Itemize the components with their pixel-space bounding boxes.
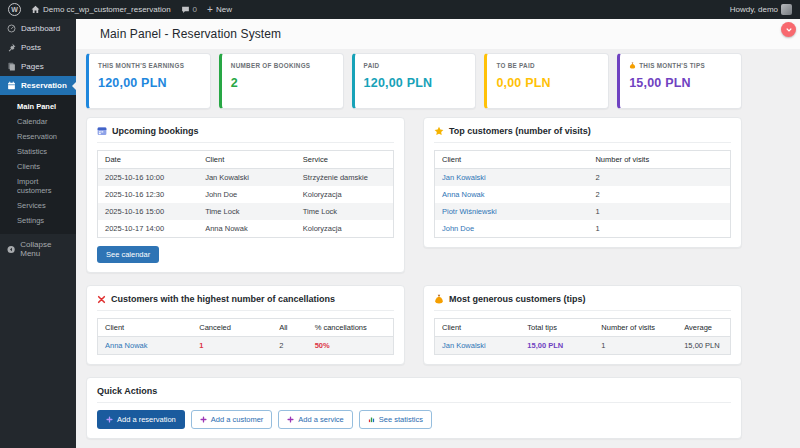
avatar (781, 4, 792, 15)
table-row: John Doe 1 (435, 220, 731, 238)
panel-upcoming-bookings: Upcoming bookings Date Client Service 20… (86, 117, 405, 273)
sidebar-item-import-customers[interactable]: Import customers (0, 174, 76, 198)
star-icon (434, 126, 444, 136)
column-header: Client (98, 319, 193, 337)
plus-icon (106, 416, 113, 423)
moneybag-icon (629, 62, 636, 69)
x-icon (97, 295, 106, 304)
table-row: 2025-10-16 15:00 Time Lock Time Lock (98, 203, 394, 220)
stat-value: 15,00 PLN (629, 76, 732, 90)
client-link[interactable]: Anna Nowak (442, 190, 485, 199)
client-link[interactable]: Jan Kowalski (442, 341, 486, 350)
client-link[interactable]: Jan Kowalski (442, 173, 486, 182)
wordpress-logo-icon: W (8, 3, 21, 16)
collapse-arrow-icon (7, 245, 15, 254)
sidebar-item-statistics[interactable]: Statistics (0, 144, 76, 159)
home-icon (31, 5, 40, 14)
column-header: Date (98, 151, 199, 169)
site-menu[interactable]: Demo cc_wp_customer_reservation (31, 5, 171, 14)
panel-title: Most generous customers (tips) (434, 294, 731, 311)
client-link[interactable]: John Doe (442, 224, 474, 233)
panel-title: Upcoming bookings (97, 126, 394, 143)
floating-action-button[interactable] (781, 22, 796, 37)
add-reservation-button[interactable]: Add a reservation (97, 410, 185, 429)
wp-logo-menu[interactable]: W (8, 3, 21, 16)
sidebar-item-dashboard[interactable]: Dashboard (0, 19, 76, 38)
sidebar-item-reservation[interactable]: Reservation (0, 76, 76, 95)
chart-icon (368, 416, 375, 423)
howdy-menu[interactable]: Howdy, demo (730, 4, 792, 15)
sidebar-item-pages[interactable]: Pages (0, 57, 76, 76)
admin-sidebar: Dashboard Posts Pages Reservation Main P… (0, 19, 76, 448)
moneybag-icon (434, 294, 444, 304)
site-name: Demo cc_wp_customer_reservation (43, 5, 171, 14)
sidebar-item-label: Posts (21, 43, 41, 52)
table-row: Piotr Wiśniewski 1 (435, 203, 731, 220)
collapse-menu-button[interactable]: Collapse Menu (0, 234, 76, 264)
see-statistics-button[interactable]: See statistics (359, 410, 432, 429)
column-header: Number of visits (588, 151, 730, 169)
table-row: 2025-10-16 12:30 John Doe Koloryzacja (98, 186, 394, 203)
sidebar-item-label: Pages (21, 62, 44, 71)
table-row: 2025-10-17 14:00 Anna Nowak Koloryzacja (98, 220, 394, 238)
sidebar-item-posts[interactable]: Posts (0, 38, 76, 57)
main-content: Main Panel - Reservation System THIS MON… (76, 19, 800, 448)
plus-icon: + (207, 5, 213, 15)
stat-value: 0,00 PLN (496, 76, 599, 90)
see-calendar-button[interactable]: See calendar (97, 246, 159, 263)
sidebar-item-label: Reservation (21, 81, 67, 90)
cancellations-table: Client Canceled All % cancellations Anna… (97, 318, 394, 355)
stat-card-earnings: THIS MONTH'S EARNINGS 120,00 PLN (86, 53, 211, 109)
stat-card-bookings: NUMBER OF BOOKINGS 2 (219, 53, 344, 109)
admin-bar: W Demo cc_wp_customer_reservation 0 + Ne… (0, 0, 800, 19)
panel-quick-actions: Quick Actions Add a reservation Add a cu… (86, 377, 742, 439)
sidebar-item-settings[interactable]: Settings (0, 213, 76, 228)
stat-card-paid: PAID 120,00 PLN (352, 53, 477, 109)
new-menu[interactable]: + New (207, 5, 232, 15)
column-header: All (272, 319, 308, 337)
top-customers-table: Client Number of visits Jan Kowalski 2 A… (434, 150, 731, 238)
calendar-icon (97, 126, 107, 136)
dashboard-icon (7, 24, 16, 33)
table-row: 2025-10-16 10:00 Jan Kowalski Strzyżenie… (98, 169, 394, 187)
sidebar-item-label: Dashboard (21, 24, 60, 33)
sidebar-item-services[interactable]: Services (0, 198, 76, 213)
column-header: Canceled (192, 319, 272, 337)
stat-label: PAID (364, 62, 467, 70)
upcoming-bookings-table: Date Client Service 2025-10-16 10:00 Jan… (97, 150, 394, 238)
stat-label: THIS MONTH'S TIPS (629, 62, 732, 70)
sidebar-item-main-panel[interactable]: Main Panel (0, 99, 76, 114)
column-header: Client (435, 319, 521, 337)
sidebar-item-reservation-sub[interactable]: Reservation (0, 129, 76, 144)
comment-icon (181, 5, 190, 14)
pages-icon (7, 62, 16, 71)
new-label: New (216, 5, 232, 14)
add-service-button[interactable]: Add a service (278, 410, 352, 429)
client-link[interactable]: Anna Nowak (105, 341, 148, 350)
panel-top-customers: Top customers (number of visits) Client … (423, 117, 742, 248)
chevron-down-icon (785, 26, 793, 34)
column-header: Client (198, 151, 296, 169)
stats-row: THIS MONTH'S EARNINGS 120,00 PLN NUMBER … (86, 53, 742, 109)
collapse-menu-label: Collapse Menu (20, 240, 69, 258)
column-header: Client (435, 151, 589, 169)
calendar-icon (7, 81, 16, 90)
page-header: Main Panel - Reservation System (76, 19, 800, 49)
client-link[interactable]: Piotr Wiśniewski (442, 207, 497, 216)
add-customer-button[interactable]: Add a customer (191, 410, 273, 429)
cancellation-percent: 50% (315, 341, 330, 350)
panel-title: Quick Actions (97, 386, 731, 403)
panel-cancellations: Customers with the highest number of can… (86, 285, 405, 365)
howdy-label: Howdy, demo (730, 5, 778, 14)
stat-value: 120,00 PLN (364, 76, 467, 90)
table-row: Jan Kowalski 15,00 PLN 1 15,00 PLN (435, 337, 731, 355)
comments-menu[interactable]: 0 (181, 5, 197, 14)
column-header: Number of visits (594, 319, 677, 337)
stat-label: TO BE PAID (496, 62, 599, 70)
panel-generous-customers: Most generous customers (tips) Client To… (423, 285, 742, 365)
page-title: Main Panel - Reservation System (100, 27, 776, 41)
sidebar-item-clients[interactable]: Clients (0, 159, 76, 174)
sidebar-item-calendar[interactable]: Calendar (0, 114, 76, 129)
canceled-count: 1 (199, 341, 203, 350)
plus-icon (287, 416, 294, 423)
